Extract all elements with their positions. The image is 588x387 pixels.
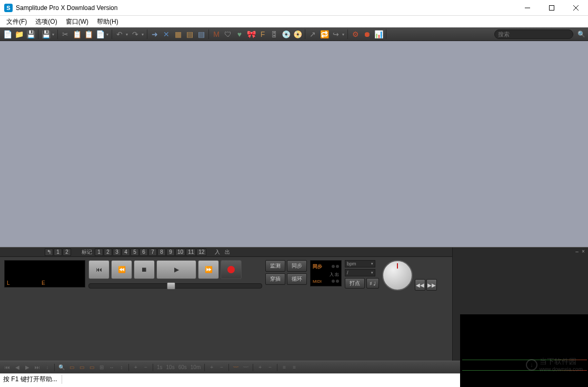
marker-1[interactable]: 1 [95, 249, 103, 256]
eq-icon[interactable]: 📊 [373, 29, 384, 39]
floppy-icon[interactable]: 💾 [41, 29, 51, 39]
mixer-icon[interactable]: 🎛 [269, 29, 280, 39]
marker-l1[interactable]: 1 [54, 249, 62, 256]
play-button[interactable]: ▶ [156, 260, 196, 279]
marker-11[interactable]: 11 [186, 249, 196, 256]
marker-back-icon[interactable]: ↰ [45, 249, 53, 256]
hzoom-out-icon[interactable]: − [142, 363, 150, 372]
crossfade-icon[interactable]: ✕ [161, 29, 172, 39]
menu-window[interactable]: 窗口(W) [62, 16, 93, 27]
track-height2-icon[interactable]: ≡ [290, 363, 298, 372]
marker-6[interactable]: 6 [139, 249, 148, 256]
vis-close-icon[interactable]: × [581, 249, 586, 254]
vis-minimize-icon[interactable]: – [574, 249, 580, 254]
redo-icon[interactable]: ↷ [130, 29, 141, 39]
dvd-icon[interactable]: 📀 [292, 29, 303, 39]
maximize-button[interactable] [540, 0, 564, 16]
mute-icon[interactable]: M [211, 29, 222, 39]
settings-icon[interactable]: ⚙ [350, 29, 361, 39]
copy-icon[interactable]: 📋 [72, 29, 82, 39]
tap-button[interactable]: 打点 [345, 278, 365, 289]
jog-right-icon[interactable]: ▶▶ [426, 279, 437, 291]
slider-thumb[interactable] [167, 282, 175, 290]
punch-button[interactable]: 穿插 [265, 273, 285, 285]
nav-next-icon[interactable]: ▶ [23, 363, 32, 372]
search-icon[interactable]: 🔍 [576, 29, 586, 39]
marker-3[interactable]: 3 [113, 249, 121, 256]
tool-icon[interactable]: ➜ [150, 29, 160, 39]
search-input[interactable] [498, 31, 570, 37]
zoom-10s[interactable]: 10s [165, 364, 176, 370]
paste-icon[interactable]: 📋 [83, 29, 94, 39]
hzoom-in-icon[interactable]: + [132, 363, 140, 372]
menu-file[interactable]: 文件(F) [2, 16, 31, 27]
grid-icon[interactable]: ▦ [173, 29, 183, 39]
expand-icon[interactable]: ↔ [107, 363, 116, 372]
vzoom-in-icon[interactable]: + [207, 363, 216, 372]
marker-7[interactable]: 7 [148, 249, 157, 256]
cd-icon[interactable]: 💿 [281, 29, 291, 39]
marker-10[interactable]: 10 [175, 249, 185, 256]
track-height-icon[interactable]: ≡ [280, 363, 288, 372]
marker-4[interactable]: 4 [122, 249, 130, 256]
minimize-button[interactable] [515, 0, 540, 16]
range2-icon[interactable]: ▭ [77, 363, 86, 372]
loop-button[interactable]: 循环 [287, 273, 307, 285]
menu-options[interactable]: 选项(O) [31, 16, 61, 27]
marker-out[interactable]: 出 [223, 249, 232, 256]
fx-icon[interactable]: F [257, 29, 268, 39]
marker-12[interactable]: 12 [196, 249, 206, 256]
dropdown-icon[interactable]: ▾ [342, 32, 345, 37]
marker-in[interactable]: 入 [213, 249, 222, 256]
grid-button[interactable]: ♯ ♩ [366, 278, 379, 289]
stop-button[interactable]: ⏹ [134, 260, 155, 279]
split-icon[interactable]: ⊞ [97, 363, 106, 372]
monitor-button[interactable]: 监测 [265, 260, 285, 272]
vminus-icon[interactable]: − [266, 363, 274, 372]
forward-button[interactable]: ⏩ [198, 260, 219, 279]
cut-icon[interactable]: ✂ [60, 29, 71, 39]
zoom-60s[interactable]: 60s [177, 364, 188, 370]
close-button[interactable] [564, 0, 588, 16]
open-folder-icon[interactable]: 📁 [14, 29, 24, 39]
zoom-in-icon[interactable]: 🔍 [57, 363, 66, 372]
nav-end-icon[interactable]: ⏭ [33, 363, 42, 372]
marker-2[interactable]: 2 [104, 249, 112, 256]
arrow-icon[interactable]: ↗ [307, 29, 318, 39]
wave-icon[interactable]: 〰 [232, 363, 240, 372]
export-icon[interactable]: ↪ [331, 29, 341, 39]
jog-dial[interactable] [382, 260, 413, 291]
nav-start-icon[interactable]: ⏮ [3, 363, 12, 372]
track2-icon[interactable]: ▤ [196, 29, 206, 39]
track-icon[interactable]: ▤ [184, 29, 195, 39]
marker-5[interactable]: 5 [131, 249, 139, 256]
heart-icon[interactable]: ♥ [234, 29, 245, 39]
shield-icon[interactable]: 🛡 [223, 29, 233, 39]
nav-prev-icon[interactable]: ◀ [13, 363, 22, 372]
dropdown-icon[interactable]: ▾ [106, 32, 109, 37]
new-file-icon[interactable]: 📄 [2, 29, 13, 39]
undo-icon[interactable]: ↶ [114, 29, 125, 39]
ribbon-icon[interactable]: 🎀 [246, 29, 256, 39]
rewind-button[interactable]: ⏪ [111, 260, 132, 279]
scrub-slider[interactable] [88, 283, 262, 289]
range-icon[interactable]: ▭ [67, 363, 76, 372]
wave2-icon[interactable]: 〰 [242, 363, 250, 372]
vzoom-out-icon[interactable]: − [217, 363, 226, 372]
nav-down-icon[interactable]: ↓ [43, 363, 52, 372]
dropdown-icon[interactable]: ▾ [126, 32, 129, 37]
dropdown-icon[interactable]: ▾ [142, 32, 145, 37]
record-icon[interactable]: ⏺ [362, 29, 372, 39]
save-icon[interactable]: 💾 [25, 29, 36, 39]
collapse-icon[interactable]: ↕ [117, 363, 126, 372]
range3-icon[interactable]: ▭ [87, 363, 96, 372]
jog-left-icon[interactable]: ◀◀ [415, 279, 425, 291]
marker-9[interactable]: 9 [166, 249, 175, 256]
sig-field[interactable]: /▾ [345, 269, 375, 276]
bpm-field[interactable]: bpm▾ [345, 260, 375, 267]
zoom-1s[interactable]: 1s [156, 364, 164, 370]
record-button[interactable] [221, 260, 242, 279]
clipboard-icon[interactable]: 📄 [95, 29, 105, 39]
marker-8[interactable]: 8 [157, 249, 166, 256]
loop-icon[interactable]: 🔁 [319, 29, 330, 39]
